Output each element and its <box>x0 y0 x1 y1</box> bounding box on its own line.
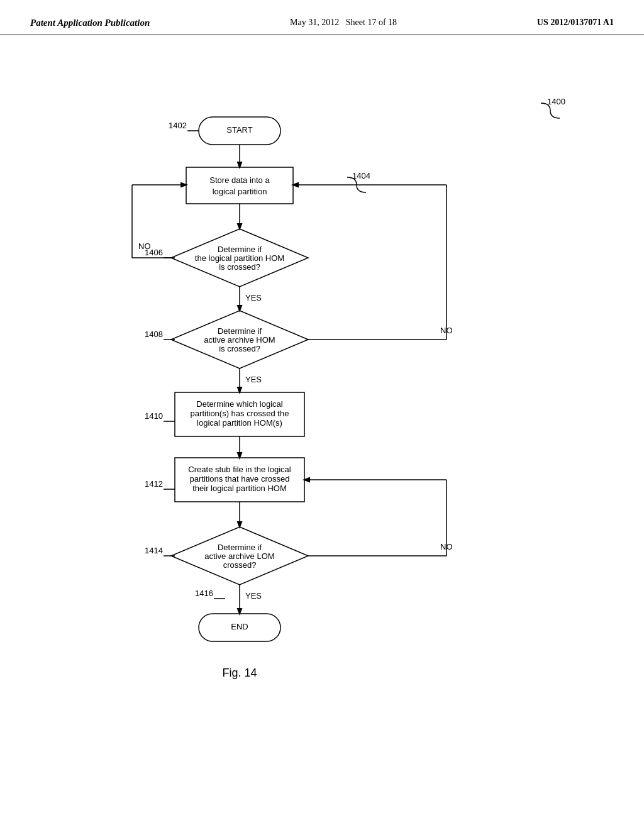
step2-line1: Determine which logical <box>196 399 282 409</box>
ref-1400: 1400 <box>547 97 565 106</box>
decision1-line2: the logical partition HOM <box>195 253 284 263</box>
step1-line2: logical partition <box>213 187 267 196</box>
step2-line2: partition(s) has crossed the <box>191 409 289 418</box>
ref-1416: 1416 <box>195 589 213 598</box>
ref-1412: 1412 <box>145 479 163 489</box>
header-patent-number: US 2012/0137071 A1 <box>537 18 614 28</box>
decision2-line3: is crossed? <box>219 344 260 353</box>
decision1-line1: Determine if <box>218 245 262 254</box>
step2-line3: logical partition HOM(s) <box>197 418 282 428</box>
step3-line3: their logical partition HOM <box>192 484 287 493</box>
decision3-line3: crossed? <box>223 560 257 570</box>
ref-1410: 1410 <box>145 411 163 421</box>
ref-1404: 1404 <box>352 171 370 180</box>
ref-1402: 1402 <box>169 121 187 130</box>
header-date-sheet: May 31, 2012 Sheet 17 of 18 <box>290 18 397 28</box>
decision2-line1: Determine if <box>218 326 262 336</box>
end-label: END <box>231 622 248 631</box>
start-label: START <box>226 125 252 135</box>
page-header: Patent Application Publication May 31, 2… <box>0 0 644 35</box>
decision1-line3: is crossed? <box>219 262 260 272</box>
no-label-1: NO <box>138 241 151 251</box>
figure-caption: Fig. 14 <box>222 667 257 679</box>
decision2-line2: active archive HOM <box>204 335 275 345</box>
decision3-line2: active archive LOM <box>204 551 274 561</box>
svg-rect-3 <box>186 167 293 204</box>
step3-line1: Create stub file in the logical <box>188 465 291 474</box>
decision3-line1: Determine if <box>218 543 262 552</box>
step3-line2: partitions that have crossed <box>190 474 290 484</box>
yes-label-2: YES <box>245 375 262 384</box>
diagram-area: 1400 1402 START 1404 Store data into a l… <box>0 35 644 802</box>
step1-line1: Store data into a <box>209 175 270 185</box>
yes-label-3: YES <box>245 591 262 600</box>
header-publication: Patent Application Publication <box>30 18 150 28</box>
ref-1408: 1408 <box>145 329 163 339</box>
yes-label-1: YES <box>245 293 262 302</box>
ref-1414: 1414 <box>145 546 163 555</box>
